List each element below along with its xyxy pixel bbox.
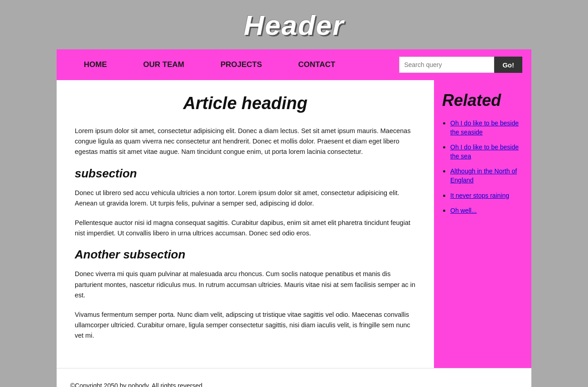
search-input[interactable] (399, 57, 494, 73)
content-wrapper: Article heading Lorem ipsum dolor sit am… (57, 80, 531, 368)
list-item: Oh I do like to be beside the seaside (450, 119, 523, 137)
sidebar-link-3[interactable]: Although in the North of England (450, 167, 517, 184)
main-article: Article heading Lorem ipsum dolor sit am… (57, 80, 434, 368)
list-item: Oh well... (450, 206, 523, 215)
search-button[interactable]: Go! (494, 57, 522, 73)
article-heading: Article heading (75, 94, 416, 113)
article-paragraph-2: Donec ut librero sed accu vehicula ultri… (75, 188, 416, 209)
subsection-2-heading: Another subsection (75, 248, 416, 262)
list-item: Oh I do like to be beside the sea (450, 143, 523, 161)
footer-text: ©Copyright 2050 by nobody. All rights re… (70, 382, 518, 387)
article-paragraph-1: Lorem ipsum dolor sit amet, consectetur … (75, 126, 416, 158)
search-area: Go! (399, 57, 522, 73)
nav-links: HOME OUR TEAM PROJECTS CONTACT (66, 60, 399, 69)
sidebar-links-list: Oh I do like to be beside the seaside Oh… (442, 119, 523, 215)
sidebar-link-5[interactable]: Oh well... (450, 207, 477, 214)
list-item: It never stops raining (450, 191, 523, 201)
main-nav: HOME OUR TEAM PROJECTS CONTACT Go! (57, 49, 531, 80)
sidebar-link-1[interactable]: Oh I do like to be beside the seaside (450, 119, 519, 136)
article-paragraph-4: Donec viverra mi quis quam pulvinar at m… (75, 269, 416, 301)
subsection-1-heading: subsection (75, 167, 416, 181)
sidebar: Related Oh I do like to be beside the se… (434, 80, 531, 368)
site-header: Header (0, 0, 588, 49)
article-paragraph-5: Vivamus fermentum semper porta. Nunc dia… (75, 310, 416, 341)
site-footer: ©Copyright 2050 by nobody. All rights re… (57, 368, 531, 387)
sidebar-link-4[interactable]: It never stops raining (450, 192, 509, 199)
sidebar-heading: Related (442, 91, 523, 110)
nav-item-our-team[interactable]: OUR TEAM (125, 60, 202, 69)
nav-item-home[interactable]: HOME (66, 60, 125, 69)
nav-item-projects[interactable]: PROJECTS (202, 60, 280, 69)
site-title: Header (0, 9, 588, 41)
article-paragraph-3: Pellentesque auctor nisi id magna conseq… (75, 218, 416, 239)
sidebar-link-2[interactable]: Oh I do like to be beside the sea (450, 143, 519, 160)
list-item: Although in the North of England (450, 167, 523, 185)
nav-item-contact[interactable]: CONTACT (280, 60, 353, 69)
